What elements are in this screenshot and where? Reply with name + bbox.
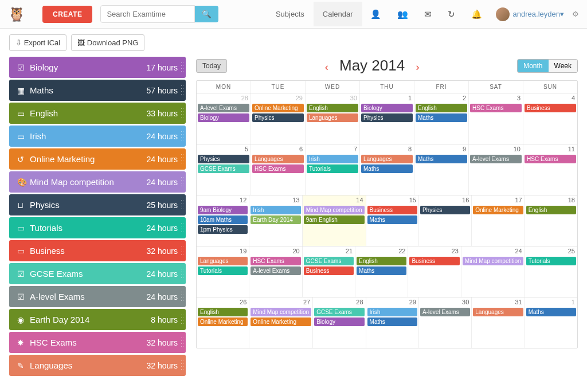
calendar-event[interactable]: Languages [361,155,413,163]
calendar-event[interactable]: Tutorials [307,164,358,173]
day-cell[interactable]: 7IrishTutorials [306,144,360,195]
day-cell[interactable]: 30A-level Exams [419,297,472,348]
day-cell[interactable]: 6LanguagesHSC Exams [251,144,306,195]
subject-item[interactable]: ⊔Physics25 hours [9,194,186,215]
calendar-event[interactable]: Online Marketing [473,206,523,214]
create-button[interactable]: CREATE [42,6,92,23]
drag-handle[interactable] [181,107,184,119]
calendar-event[interactable]: Business [304,266,354,275]
calendar-event[interactable]: Biology [198,113,249,122]
day-cell[interactable]: 31Languages [472,297,525,348]
day-cell[interactable]: 24Mind Map competition [461,246,525,297]
next-month-button[interactable]: › [409,61,426,73]
day-cell[interactable]: 16Physics [419,195,472,246]
calendar-event[interactable]: Languages [198,257,248,265]
day-cell[interactable]: 21GCSE ExamsBusiness [303,246,355,297]
drag-handle[interactable] [181,313,184,326]
calendar-event[interactable]: 1pm Physics [198,225,248,234]
calendar-event[interactable]: 10am Maths [198,215,248,224]
calendar-event[interactable]: Languages [473,308,523,316]
group-icon[interactable]: 👥 [389,9,416,19]
day-cell[interactable]: 3HSC Exams [469,93,523,144]
calendar-event[interactable]: GCSE Exams [314,308,364,316]
calendar-event[interactable]: English [416,104,467,112]
day-cell[interactable]: 129am Biology10am Maths1pm Physics [197,195,249,246]
day-cell[interactable]: 2EnglishMaths [414,93,469,144]
day-cell[interactable]: 13IrishEarth Day 2014 [249,195,302,246]
month-view-button[interactable]: Month [518,60,548,72]
day-cell[interactable]: 29Online MarketingPhysics [251,93,306,144]
day-cell[interactable]: 17Online Marketing [472,195,525,246]
day-cell[interactable]: 10A-level Exams [469,144,523,195]
nav-subjects[interactable]: Subjects [267,2,314,26]
day-cell[interactable]: 28GCSE ExamsBiology [313,297,366,348]
day-cell[interactable]: 18English [525,195,577,246]
calendar-event[interactable]: English [357,257,406,265]
drag-handle[interactable] [181,359,184,371]
calendar-event[interactable]: Business [525,104,576,112]
calendar-event[interactable]: Biology [361,104,413,112]
day-cell[interactable]: 14Mind Map competition9am English [303,195,366,246]
subject-item[interactable]: ▦Maths57 hours [9,80,186,101]
day-cell[interactable]: 22EnglishMaths [355,246,408,297]
calendar-event[interactable]: English [198,308,248,316]
user-menu[interactable]: andrea.leyden ▾ [496,7,564,21]
drag-handle[interactable] [181,153,184,165]
subject-item[interactable]: ▭Irish24 hours [9,126,186,147]
calendar-event[interactable]: Maths [357,266,406,275]
calendar-event[interactable]: HSC Exams [470,104,522,112]
calendar-event[interactable]: Online Marketing [251,317,311,326]
subject-item[interactable]: ↺Online Marketing24 hours [9,148,186,170]
subject-item[interactable]: ▭English33 hours [9,103,186,124]
calendar-event[interactable]: Business [367,206,417,214]
calendar-event[interactable]: A-level Exams [198,104,249,112]
calendar-event[interactable]: Maths [367,317,417,326]
subject-item[interactable]: ✸HSC Exams32 hours [9,332,186,353]
calendar-event[interactable]: Physics [420,206,470,214]
calendar-event[interactable]: HSC Exams [525,155,576,163]
calendar-event[interactable]: GCSE Exams [304,257,354,265]
drag-handle[interactable] [181,222,184,234]
calendar-event[interactable]: Physics [198,155,249,163]
calendar-event[interactable]: Mind Map competition [251,308,311,316]
subject-item[interactable]: ▭Tutorials24 hours [9,217,186,238]
calendar-event[interactable]: HSC Exams [251,257,300,265]
mail-icon[interactable]: ✉ [416,9,440,19]
calendar-event[interactable]: Maths [416,113,467,122]
drag-handle[interactable] [181,61,184,73]
calendar-event[interactable]: A-level Exams [470,155,522,163]
day-cell[interactable]: 1Maths [525,297,577,348]
bell-icon[interactable]: 🔔 [463,9,490,19]
calendar-event[interactable]: 9am English [304,215,365,224]
user-icon[interactable]: 👤 [362,9,389,19]
gear-icon[interactable]: ⚙ [572,10,579,18]
day-cell[interactable]: 27Mind Map competitionOnline Marketing [249,297,313,348]
drag-handle[interactable] [181,199,184,211]
calendar-event[interactable]: Irish [251,206,300,214]
calendar-event[interactable]: Mind Map competition [304,206,365,214]
drag-handle[interactable] [181,336,184,348]
week-view-button[interactable]: Week [549,60,577,72]
subject-item[interactable]: ☑GCSE Exams24 hours [9,263,186,284]
search-button[interactable]: 🔍 [195,6,218,22]
day-cell[interactable]: 11HSC Exams [523,144,577,195]
subject-item[interactable]: ▭Business32 hours [9,240,186,261]
calendar-event[interactable]: Tutorials [526,257,576,265]
drag-handle[interactable] [181,84,184,96]
calendar-event[interactable]: Languages [252,155,304,163]
subject-item[interactable]: ☑A-level Exams24 hours [9,286,186,307]
nav-calendar[interactable]: Calendar [314,2,362,26]
subject-item[interactable]: ☑Biology17 hours [9,57,186,78]
calendar-event[interactable]: Online Marketing [252,104,304,112]
calendar-event[interactable]: English [526,206,576,214]
drag-handle[interactable] [181,291,184,303]
day-cell[interactable]: 8LanguagesMaths [360,144,414,195]
export-ical-button[interactable]: ⇩ Export iCal [9,34,66,51]
day-cell[interactable]: 23Business [408,246,461,297]
day-cell[interactable]: 28A-level ExamsBiology [197,93,251,144]
calendar-event[interactable]: Irish [307,155,358,163]
calendar-event[interactable]: A-level Exams [420,308,470,316]
subject-item[interactable]: 🎨Mind Map competition24 hours [9,171,186,193]
calendar-event[interactable]: 9am Biology [198,206,248,214]
calendar-event[interactable]: Business [409,257,459,265]
